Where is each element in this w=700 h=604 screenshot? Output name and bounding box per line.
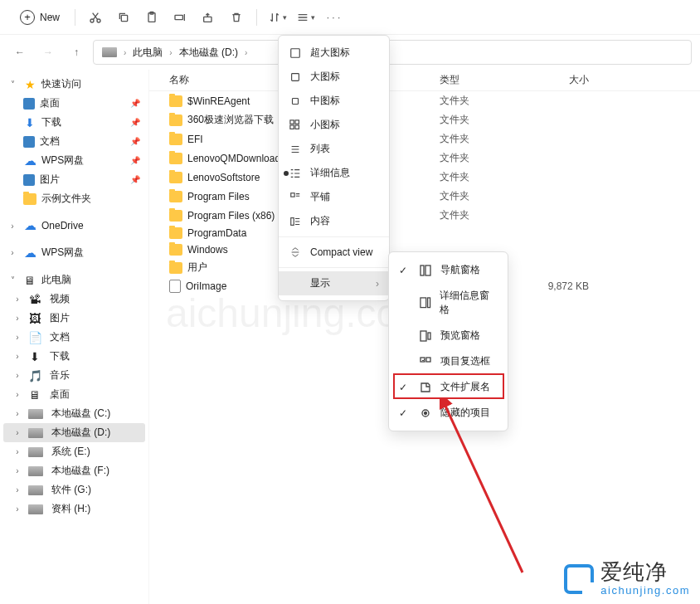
table-row[interactable]: Program Files2:41文件夹 [149, 187, 700, 206]
paste-icon[interactable] [140, 6, 163, 29]
sidebar-thispc[interactable]: ˅🖥此电脑 [3, 270, 145, 290]
new-button[interactable]: + New [13, 7, 66, 28]
svg-point-25 [425, 412, 427, 414]
sidebar-item-pc[interactable]: ›资料 (H:) [3, 499, 145, 519]
table-row[interactable]: 360极速浏览器下载3 17:26文件夹 [149, 110, 700, 129]
sidebar-item-pc[interactable]: ›🎵音乐 [3, 366, 145, 385]
item-icon: ☁ [23, 154, 36, 168]
item-icon: ⬇ [23, 116, 36, 129]
view-icon[interactable]: ▾ [294, 6, 317, 29]
sidebar-item-quick[interactable]: 示例文件夹 [3, 189, 145, 208]
back-button[interactable]: ← [8, 41, 32, 64]
show-option[interactable]: ✓文件扩展名 [389, 374, 508, 400]
up-button[interactable]: ↑ [65, 41, 88, 64]
svg-rect-17 [425, 265, 430, 275]
pin-icon: 📌 [130, 137, 140, 146]
item-icon: 🖥 [28, 388, 41, 402]
more-icon[interactable]: · · · [322, 6, 345, 29]
show-option[interactable]: ✓隐藏的项目 [389, 400, 508, 426]
sidebar-item-quick[interactable]: 文档📌 [3, 132, 145, 151]
sidebar-item-pc[interactable]: ›🖥桌面 [3, 385, 145, 404]
sidebar-item-pc[interactable]: ›软件 (G:) [3, 480, 145, 499]
pin-icon: 📌 [130, 156, 140, 165]
view-option[interactable]: 中图标 [279, 89, 389, 113]
cloud-icon: ☁ [23, 219, 36, 232]
column-headers: 名称 类型 大小 [149, 70, 700, 91]
svg-rect-6 [204, 17, 211, 22]
sidebar-wps[interactable]: ›☁WPS网盘 [3, 243, 145, 262]
chevron-right-icon: › [376, 278, 379, 290]
table-row[interactable]: Program Files (x86)6 15:00文件夹 [149, 206, 700, 225]
address-bar[interactable]: › 此电脑 › 本地磁盘 (D:) › [93, 40, 692, 65]
folder-icon [169, 95, 182, 107]
check-icon: ✓ [399, 382, 411, 393]
view-option[interactable]: 平铺 [279, 185, 389, 209]
brand-logo: 爱纯净 aichunjing.com [564, 560, 690, 597]
option-icon [419, 296, 432, 309]
sidebar-item-quick[interactable]: 桌面📌 [3, 94, 145, 113]
table-row[interactable]: LenovoSoftstore6 23:31文件夹 [149, 168, 700, 187]
view-option[interactable]: 详细信息 [279, 161, 389, 185]
copy-icon[interactable] [112, 6, 135, 29]
forward-button[interactable]: → [36, 41, 60, 64]
sidebar-item-pc[interactable]: ›📄文档 [3, 328, 145, 347]
share-icon[interactable] [197, 6, 220, 29]
table-row[interactable]: LenovoQMDownload6 19:40文件夹 [149, 149, 700, 168]
item-icon [23, 98, 35, 110]
pin-icon: 📌 [130, 99, 140, 108]
sidebar-item-pc[interactable]: ›本地磁盘 (C:) [3, 404, 145, 423]
pin-icon: 📌 [130, 175, 140, 184]
sidebar-onedrive[interactable]: ›☁OneDrive [3, 217, 145, 235]
crumb-pc[interactable]: 此电脑 [133, 46, 163, 60]
view-option[interactable]: 大图标 [279, 65, 389, 89]
sidebar-item-quick[interactable]: 图片📌 [3, 170, 145, 189]
view-icon [289, 95, 302, 108]
disk-icon [28, 428, 43, 438]
show-option[interactable]: 详细信息窗格 [389, 283, 508, 323]
option-icon [419, 329, 432, 343]
sidebar-item-pc[interactable]: ›🖼图片 [3, 309, 145, 328]
folder-icon [169, 227, 182, 239]
show-option[interactable]: 项目复选框 [389, 348, 508, 374]
view-option[interactable]: 内容 [279, 209, 389, 233]
sidebar-item-quick[interactable]: ☁WPS网盘📌 [3, 151, 145, 170]
col-type[interactable]: 类型 [440, 73, 523, 87]
folder-icon [169, 191, 182, 202]
compact-icon [289, 246, 302, 259]
col-size[interactable]: 大小 [523, 73, 589, 87]
svg-rect-10 [290, 119, 294, 123]
folder-icon [169, 244, 182, 256]
cut-icon[interactable] [84, 6, 107, 29]
rename-icon[interactable] [168, 6, 192, 29]
sidebar-item-quick[interactable]: ⬇下载📌 [3, 113, 145, 132]
sidebar-quickaccess[interactable]: ˅★快速访问 [3, 75, 145, 94]
delete-icon[interactable] [225, 6, 248, 29]
show-option[interactable]: 预览窗格 [389, 323, 508, 348]
view-option[interactable]: 小图标 [279, 113, 389, 137]
sidebar-item-pc[interactable]: ›本地磁盘 (F:) [3, 461, 145, 480]
crumb-drive[interactable]: 本地磁盘 (D:) [179, 46, 238, 60]
view-icon [289, 191, 302, 204]
folder-icon [169, 153, 182, 164]
table-row[interactable]: ProgramData [149, 225, 700, 241]
menu-show[interactable]: 显示 › [279, 271, 389, 295]
show-option[interactable]: ✓导航窗格 [389, 257, 508, 283]
file-icon [169, 280, 181, 293]
sidebar-item-pc[interactable]: ›📽视频 [3, 290, 145, 309]
sidebar-item-pc[interactable]: ›本地磁盘 (D:) [3, 423, 145, 442]
sidebar-item-pc[interactable]: ›⬇下载 [3, 347, 145, 366]
table-row[interactable]: $WinREAgent2:15文件夹 [149, 91, 700, 110]
table-row[interactable]: EFI6 17:18文件夹 [149, 129, 700, 149]
item-icon: 📽 [28, 293, 41, 306]
svg-rect-19 [427, 298, 430, 308]
option-icon [419, 407, 432, 420]
separator [256, 9, 257, 26]
view-option[interactable]: 列表 [279, 137, 389, 161]
sidebar-item-pc[interactable]: ›系统 (E:) [3, 442, 145, 461]
menu-compact-view[interactable]: Compact view [279, 241, 389, 264]
svg-rect-15 [291, 217, 294, 225]
svg-rect-16 [420, 265, 424, 275]
sort-icon[interactable]: ▾ [265, 6, 289, 29]
view-option[interactable]: 超大图标 [279, 41, 389, 65]
view-icon [289, 167, 302, 180]
